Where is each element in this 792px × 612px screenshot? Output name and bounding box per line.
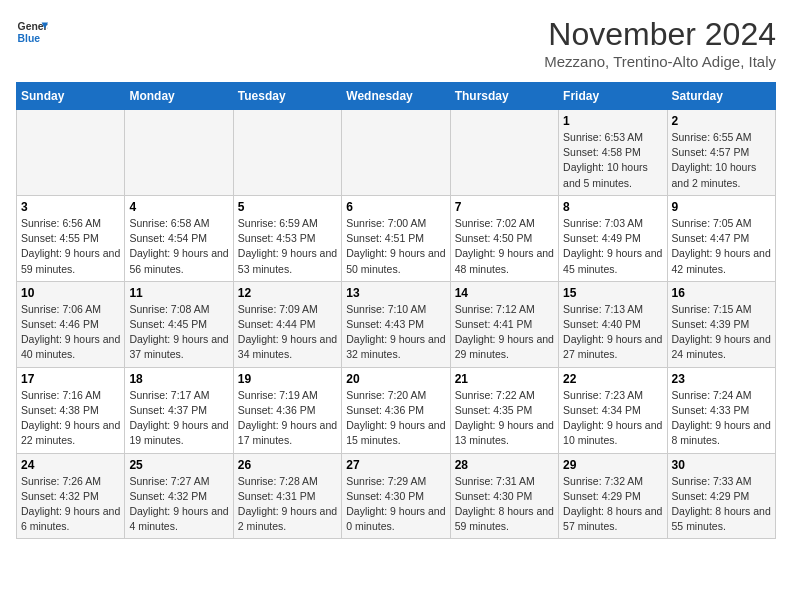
day-info: Sunrise: 6:56 AM Sunset: 4:55 PM Dayligh… [21, 216, 120, 277]
day-number: 12 [238, 286, 337, 300]
calendar-cell: 24Sunrise: 7:26 AM Sunset: 4:32 PM Dayli… [17, 453, 125, 539]
main-title: November 2024 [544, 16, 776, 53]
day-info: Sunrise: 7:00 AM Sunset: 4:51 PM Dayligh… [346, 216, 445, 277]
calendar-table: SundayMondayTuesdayWednesdayThursdayFrid… [16, 82, 776, 539]
day-number: 9 [672, 200, 771, 214]
day-info: Sunrise: 7:05 AM Sunset: 4:47 PM Dayligh… [672, 216, 771, 277]
calendar-cell: 1Sunrise: 6:53 AM Sunset: 4:58 PM Daylig… [559, 110, 667, 196]
day-info: Sunrise: 7:17 AM Sunset: 4:37 PM Dayligh… [129, 388, 228, 449]
day-info: Sunrise: 7:27 AM Sunset: 4:32 PM Dayligh… [129, 474, 228, 535]
week-row-3: 17Sunrise: 7:16 AM Sunset: 4:38 PM Dayli… [17, 367, 776, 453]
day-number: 27 [346, 458, 445, 472]
logo: General Blue [16, 16, 48, 48]
col-header-monday: Monday [125, 83, 233, 110]
calendar-cell: 7Sunrise: 7:02 AM Sunset: 4:50 PM Daylig… [450, 195, 558, 281]
day-number: 25 [129, 458, 228, 472]
calendar-cell: 10Sunrise: 7:06 AM Sunset: 4:46 PM Dayli… [17, 281, 125, 367]
calendar-cell: 23Sunrise: 7:24 AM Sunset: 4:33 PM Dayli… [667, 367, 775, 453]
calendar-cell: 6Sunrise: 7:00 AM Sunset: 4:51 PM Daylig… [342, 195, 450, 281]
calendar-cell: 8Sunrise: 7:03 AM Sunset: 4:49 PM Daylig… [559, 195, 667, 281]
calendar-cell: 3Sunrise: 6:56 AM Sunset: 4:55 PM Daylig… [17, 195, 125, 281]
day-number: 29 [563, 458, 662, 472]
day-info: Sunrise: 7:26 AM Sunset: 4:32 PM Dayligh… [21, 474, 120, 535]
svg-text:Blue: Blue [18, 33, 41, 44]
day-number: 20 [346, 372, 445, 386]
calendar-cell [233, 110, 341, 196]
day-info: Sunrise: 6:59 AM Sunset: 4:53 PM Dayligh… [238, 216, 337, 277]
col-header-sunday: Sunday [17, 83, 125, 110]
title-area: November 2024 Mezzano, Trentino-Alto Adi… [544, 16, 776, 70]
day-number: 23 [672, 372, 771, 386]
calendar-cell: 14Sunrise: 7:12 AM Sunset: 4:41 PM Dayli… [450, 281, 558, 367]
calendar-cell: 17Sunrise: 7:16 AM Sunset: 4:38 PM Dayli… [17, 367, 125, 453]
day-number: 17 [21, 372, 120, 386]
calendar-cell: 9Sunrise: 7:05 AM Sunset: 4:47 PM Daylig… [667, 195, 775, 281]
calendar-cell: 12Sunrise: 7:09 AM Sunset: 4:44 PM Dayli… [233, 281, 341, 367]
day-info: Sunrise: 7:32 AM Sunset: 4:29 PM Dayligh… [563, 474, 662, 535]
col-header-tuesday: Tuesday [233, 83, 341, 110]
calendar-cell: 28Sunrise: 7:31 AM Sunset: 4:30 PM Dayli… [450, 453, 558, 539]
day-number: 11 [129, 286, 228, 300]
calendar-cell: 18Sunrise: 7:17 AM Sunset: 4:37 PM Dayli… [125, 367, 233, 453]
week-row-4: 24Sunrise: 7:26 AM Sunset: 4:32 PM Dayli… [17, 453, 776, 539]
day-number: 6 [346, 200, 445, 214]
day-number: 14 [455, 286, 554, 300]
day-number: 18 [129, 372, 228, 386]
calendar-cell: 30Sunrise: 7:33 AM Sunset: 4:29 PM Dayli… [667, 453, 775, 539]
day-number: 2 [672, 114, 771, 128]
day-number: 3 [21, 200, 120, 214]
day-info: Sunrise: 7:23 AM Sunset: 4:34 PM Dayligh… [563, 388, 662, 449]
day-info: Sunrise: 7:13 AM Sunset: 4:40 PM Dayligh… [563, 302, 662, 363]
calendar-cell: 13Sunrise: 7:10 AM Sunset: 4:43 PM Dayli… [342, 281, 450, 367]
header-row: SundayMondayTuesdayWednesdayThursdayFrid… [17, 83, 776, 110]
day-info: Sunrise: 6:53 AM Sunset: 4:58 PM Dayligh… [563, 130, 662, 191]
col-header-wednesday: Wednesday [342, 83, 450, 110]
calendar-cell: 11Sunrise: 7:08 AM Sunset: 4:45 PM Dayli… [125, 281, 233, 367]
day-number: 10 [21, 286, 120, 300]
col-header-thursday: Thursday [450, 83, 558, 110]
calendar-cell: 5Sunrise: 6:59 AM Sunset: 4:53 PM Daylig… [233, 195, 341, 281]
calendar-cell [17, 110, 125, 196]
day-number: 8 [563, 200, 662, 214]
day-info: Sunrise: 7:12 AM Sunset: 4:41 PM Dayligh… [455, 302, 554, 363]
day-info: Sunrise: 7:02 AM Sunset: 4:50 PM Dayligh… [455, 216, 554, 277]
day-info: Sunrise: 7:19 AM Sunset: 4:36 PM Dayligh… [238, 388, 337, 449]
logo-icon: General Blue [16, 16, 48, 48]
calendar-cell: 21Sunrise: 7:22 AM Sunset: 4:35 PM Dayli… [450, 367, 558, 453]
day-info: Sunrise: 7:31 AM Sunset: 4:30 PM Dayligh… [455, 474, 554, 535]
day-info: Sunrise: 7:20 AM Sunset: 4:36 PM Dayligh… [346, 388, 445, 449]
day-number: 4 [129, 200, 228, 214]
day-info: Sunrise: 7:33 AM Sunset: 4:29 PM Dayligh… [672, 474, 771, 535]
subtitle: Mezzano, Trentino-Alto Adige, Italy [544, 53, 776, 70]
calendar-cell: 19Sunrise: 7:19 AM Sunset: 4:36 PM Dayli… [233, 367, 341, 453]
week-row-2: 10Sunrise: 7:06 AM Sunset: 4:46 PM Dayli… [17, 281, 776, 367]
day-number: 16 [672, 286, 771, 300]
day-number: 1 [563, 114, 662, 128]
day-info: Sunrise: 7:16 AM Sunset: 4:38 PM Dayligh… [21, 388, 120, 449]
day-number: 15 [563, 286, 662, 300]
day-number: 24 [21, 458, 120, 472]
day-number: 22 [563, 372, 662, 386]
calendar-cell: 27Sunrise: 7:29 AM Sunset: 4:30 PM Dayli… [342, 453, 450, 539]
day-info: Sunrise: 7:24 AM Sunset: 4:33 PM Dayligh… [672, 388, 771, 449]
day-info: Sunrise: 7:08 AM Sunset: 4:45 PM Dayligh… [129, 302, 228, 363]
calendar-cell: 22Sunrise: 7:23 AM Sunset: 4:34 PM Dayli… [559, 367, 667, 453]
day-info: Sunrise: 7:09 AM Sunset: 4:44 PM Dayligh… [238, 302, 337, 363]
day-info: Sunrise: 7:22 AM Sunset: 4:35 PM Dayligh… [455, 388, 554, 449]
day-number: 19 [238, 372, 337, 386]
calendar-cell: 15Sunrise: 7:13 AM Sunset: 4:40 PM Dayli… [559, 281, 667, 367]
calendar-cell: 2Sunrise: 6:55 AM Sunset: 4:57 PM Daylig… [667, 110, 775, 196]
calendar-cell [125, 110, 233, 196]
day-number: 21 [455, 372, 554, 386]
calendar-cell: 4Sunrise: 6:58 AM Sunset: 4:54 PM Daylig… [125, 195, 233, 281]
day-info: Sunrise: 7:10 AM Sunset: 4:43 PM Dayligh… [346, 302, 445, 363]
day-number: 28 [455, 458, 554, 472]
day-info: Sunrise: 7:03 AM Sunset: 4:49 PM Dayligh… [563, 216, 662, 277]
calendar-cell: 16Sunrise: 7:15 AM Sunset: 4:39 PM Dayli… [667, 281, 775, 367]
col-header-saturday: Saturday [667, 83, 775, 110]
header: General Blue November 2024 Mezzano, Tren… [16, 16, 776, 70]
calendar-cell: 20Sunrise: 7:20 AM Sunset: 4:36 PM Dayli… [342, 367, 450, 453]
day-info: Sunrise: 7:28 AM Sunset: 4:31 PM Dayligh… [238, 474, 337, 535]
week-row-0: 1Sunrise: 6:53 AM Sunset: 4:58 PM Daylig… [17, 110, 776, 196]
day-info: Sunrise: 7:15 AM Sunset: 4:39 PM Dayligh… [672, 302, 771, 363]
